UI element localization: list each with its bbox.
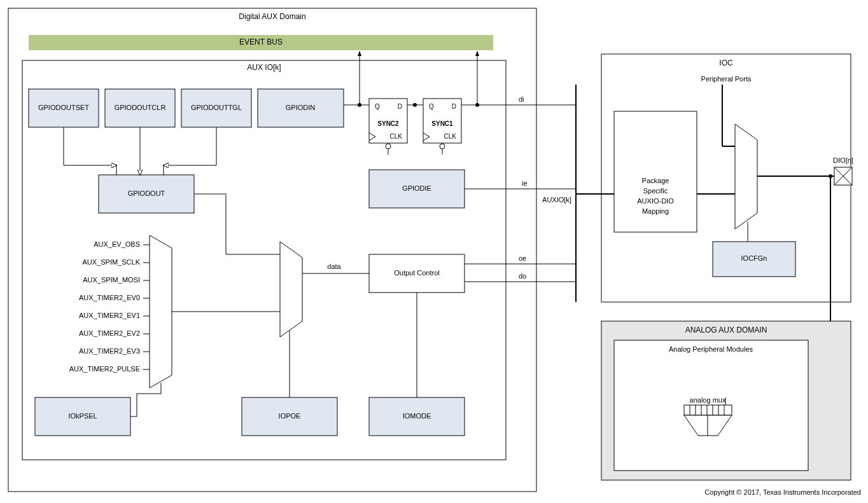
di-label: di xyxy=(519,95,524,103)
svg-text:CLK: CLK xyxy=(444,133,457,140)
ioc-mux xyxy=(735,124,757,229)
iokpsel-sel xyxy=(130,383,161,417)
iopoe-label: IOPOE xyxy=(279,412,301,420)
mux-in-7: AUX_TIMER2_PULSE xyxy=(69,365,140,373)
svg-text:SYNC2: SYNC2 xyxy=(377,120,399,127)
mux-in-6: AUX_TIMER2_EV3 xyxy=(79,347,140,355)
svg-point-27 xyxy=(413,103,417,107)
mux-in-0: AUX_EV_OBS xyxy=(94,240,140,248)
mux-in-3: AUX_TIMER2_EV0 xyxy=(79,294,140,301)
mux-in-1: AUX_SPIM_SCLK xyxy=(83,258,141,266)
gpiodouttgl-label: GPIODOUTTGL xyxy=(191,104,242,111)
ioc-title: IOC xyxy=(719,59,733,67)
analog-mux-label: analog mux xyxy=(690,396,726,404)
auxio-label: AUXIO[k] xyxy=(542,196,571,203)
gpiodin-label: GPIODIN xyxy=(286,104,316,111)
digital-domain-title: Digital AUX Domain xyxy=(239,12,305,21)
arrow-set-dout xyxy=(64,127,116,165)
event-bus-label: EVENT BUS xyxy=(239,38,283,46)
ie-label: ie xyxy=(522,179,528,187)
sync1-ff: Q D SYNC1 CLK xyxy=(423,99,461,155)
svg-text:D: D xyxy=(452,103,456,110)
analog-domain-title: ANALOG AUX DOMAIN xyxy=(685,326,767,334)
svg-text:Q: Q xyxy=(375,103,380,110)
svg-point-17 xyxy=(386,144,391,149)
mapping-l2: Specific xyxy=(643,187,668,195)
analog-modules-title: Analog Peripheral Modules xyxy=(669,345,753,353)
data-label: data xyxy=(327,263,341,270)
analog-mux-top xyxy=(684,405,732,415)
iocfgn-label: IOCFGn xyxy=(741,254,767,262)
mux-in-5: AUX_TIMER2_EV2 xyxy=(79,329,140,337)
mux-in-2: AUX_SPIM_MOSI xyxy=(83,276,140,284)
oe-label: oe xyxy=(519,254,526,262)
aux-io-title: AUX IO[k] xyxy=(247,63,281,72)
mapping-l1: Package xyxy=(642,177,669,184)
svg-text:Q: Q xyxy=(429,103,434,110)
left-mux xyxy=(150,235,172,388)
do-label: do xyxy=(519,272,526,280)
iokpsel-label: IOkPSEL xyxy=(68,412,97,420)
gpiodie-label: GPIODIE xyxy=(402,184,431,192)
dio-label: DIO[n] xyxy=(833,156,853,164)
arrow-tgl-dout xyxy=(164,127,216,165)
svg-text:SYNC1: SYNC1 xyxy=(431,120,453,127)
sync2-ff: Q D SYNC2 CLK xyxy=(369,99,407,155)
output-control-label: Output Control xyxy=(394,269,440,277)
gpiodoutset-label: GPIODOUTSET xyxy=(38,104,89,111)
middle-mux xyxy=(280,242,302,337)
peripheral-ports-label: Peripheral Ports xyxy=(701,75,752,83)
mapping-l4: Mapping xyxy=(642,207,669,215)
mapping-l3: AUXIO-DIO xyxy=(637,197,674,205)
gpiodoutclr-label: GPIODOUTCLR xyxy=(115,104,166,111)
copyright: Copyright © 2017, Texas Instruments Inco… xyxy=(704,488,861,496)
mux-inputs: AUX_EV_OBS AUX_SPIM_SCLK AUX_SPIM_MOSI A… xyxy=(69,240,150,373)
iomode-label: IOMODE xyxy=(403,412,431,420)
svg-point-24 xyxy=(440,144,445,149)
svg-text:CLK: CLK xyxy=(390,133,403,140)
mux-in-4: AUX_TIMER2_EV1 xyxy=(79,312,140,319)
gpiodout-label: GPIODOUT xyxy=(128,189,165,197)
svg-text:D: D xyxy=(398,103,402,110)
